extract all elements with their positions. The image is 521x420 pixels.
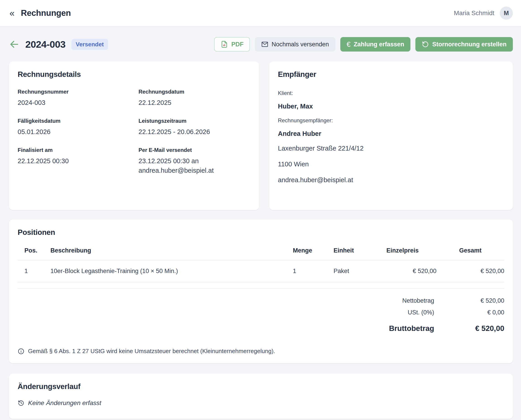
cell-description: 10er-Block Legasthenie-Training (10 × 50… [50,260,293,282]
total-gross-label: Bruttobetrag [389,324,434,333]
pdf-button[interactable]: PDF [214,37,250,52]
total-vat-value: € 0,00 [434,309,504,316]
tax-note: Gemäß § 6 Abs. 1 Z 27 UStG wird keine Um… [18,348,504,355]
recipient-email: andrea.huber@beispiel.at [278,176,504,184]
field-label: Per E-Mail versendet [139,147,250,153]
total-vat-row: USt. (0%) € 0,00 [18,309,504,316]
user-name: Maria Schmidt [454,9,494,17]
col-unit-price: Einzelpreis [369,247,437,260]
field-value: 22.12.2025 00:30 [18,156,129,166]
table-header-row: Pos. Beschreibung Menge Einheit Einzelpr… [18,247,504,260]
field-service-period: Leistungszeitraum 22.12.2025 - 20.06.202… [139,118,250,136]
total-net-row: Nettobetrag € 520,00 [18,297,504,304]
invoice-number-title: 2024-003 [25,39,66,50]
recipient-card: Empfänger Klient: Huber, Max Rechnungsem… [269,61,513,210]
recipient-address: Laxenburger Straße 221/4/12 [278,145,504,152]
field-label: Rechnungsnummer [18,89,129,95]
details-card-title: Rechnungsdetails [18,70,250,79]
field-due-date: Fälligkeitsdatum 05.01.2026 [18,118,129,136]
totals-section: Nettobetrag € 520,00 USt. (0%) € 0,00 Br… [18,297,504,333]
page-title: Rechnungen [21,8,71,18]
field-invoice-date: Rechnungsdatum 22.12.2025 [139,89,250,107]
back-button[interactable] [9,39,19,50]
col-unit: Einheit [327,247,369,260]
tax-note-text: Gemäß § 6 Abs. 1 Z 27 UStG wird keine Um… [28,348,275,355]
total-gross-value: € 520,00 [434,324,504,333]
history-icon [18,400,24,406]
info-icon [18,348,24,355]
pdf-button-label: PDF [231,41,243,48]
history-card-title: Änderungsverlauf [18,382,504,391]
avatar[interactable]: M [500,7,513,20]
recipient-name: Andrea Huber [278,130,504,137]
total-gross-row: Bruttobetrag € 520,00 [18,324,504,333]
field-value: 05.01.2026 [18,127,129,136]
app-header: « Rechnungen Maria Schmidt M [0,0,521,27]
sidebar-collapse-button[interactable]: « [9,9,15,18]
total-net-label: Nettobetrag [402,297,434,304]
rotate-ccw-icon [422,41,429,48]
field-label: Rechnungsdatum [139,89,250,95]
field-value: 22.12.2025 [139,98,250,107]
invoice-toolbar: 2024-003 Versendet PDF [9,37,513,52]
field-value: 22.12.2025 - 20.06.2026 [139,127,250,136]
field-value: 23.12.2025 00:30 an andrea.huber@beispie… [139,156,250,175]
create-storno-label: Stornorechnung erstellen [432,41,506,48]
history-empty-text: Keine Änderungen erfasst [28,399,101,407]
cell-unit-price: € 520,00 [369,260,437,282]
total-net-value: € 520,00 [434,297,504,304]
field-label: Leistungszeitraum [139,118,250,124]
field-emailed-at: Per E-Mail versendet 23.12.2025 00:30 an… [139,147,250,175]
field-value: 2024-003 [18,98,129,107]
invoice-details-card: Rechnungsdetails Rechnungsnummer 2024-00… [9,61,259,210]
euro-icon: € [347,41,350,48]
create-storno-button[interactable]: Stornorechnung erstellen [415,37,513,52]
client-label: Klient: [278,90,504,96]
cell-unit: Paket [327,260,369,282]
field-finalized-at: Finalisiert am 22.12.2025 00:30 [18,147,129,175]
recipient-city: 1100 Wien [278,160,504,168]
col-total: Gesamt [437,247,504,260]
col-description: Beschreibung [50,247,293,260]
field-label: Fälligkeitsdatum [18,118,129,124]
cell-quantity: 1 [293,260,327,282]
cell-pos: 1 [18,260,50,282]
arrow-left-icon [9,39,19,50]
field-invoice-number: Rechnungsnummer 2024-003 [18,89,129,107]
resend-button-label: Nochmals versenden [272,41,329,48]
positions-card-title: Positionen [18,228,504,237]
recipient-card-title: Empfänger [278,70,504,79]
status-badge: Versendet [71,39,108,50]
field-label: Finalisiert am [18,147,129,153]
client-name: Huber, Max [278,103,504,110]
recipient-label: Rechnungsempfänger: [278,117,504,124]
invoice-detail-page: 2024-003 Versendet PDF [0,37,521,420]
col-quantity: Menge [293,247,327,260]
resend-button[interactable]: Nochmals versenden [255,37,335,52]
table-end-divider [18,288,504,289]
mail-icon [261,41,268,48]
table-row: 1 10er-Block Legasthenie-Training (10 × … [18,260,504,282]
positions-card: Positionen Pos. Beschreibung Menge Einhe… [9,219,513,363]
history-card: Änderungsverlauf Keine Änderungen erfass… [9,374,513,419]
record-payment-button[interactable]: € Zahlung erfassen [340,37,411,52]
positions-table: Pos. Beschreibung Menge Einheit Einzelpr… [18,247,504,282]
total-vat-label: USt. (0%) [408,309,434,316]
col-pos: Pos. [18,247,50,260]
pdf-file-icon [220,40,228,48]
cell-total: € 520,00 [437,260,504,282]
record-payment-label: Zahlung erfassen [354,41,404,48]
